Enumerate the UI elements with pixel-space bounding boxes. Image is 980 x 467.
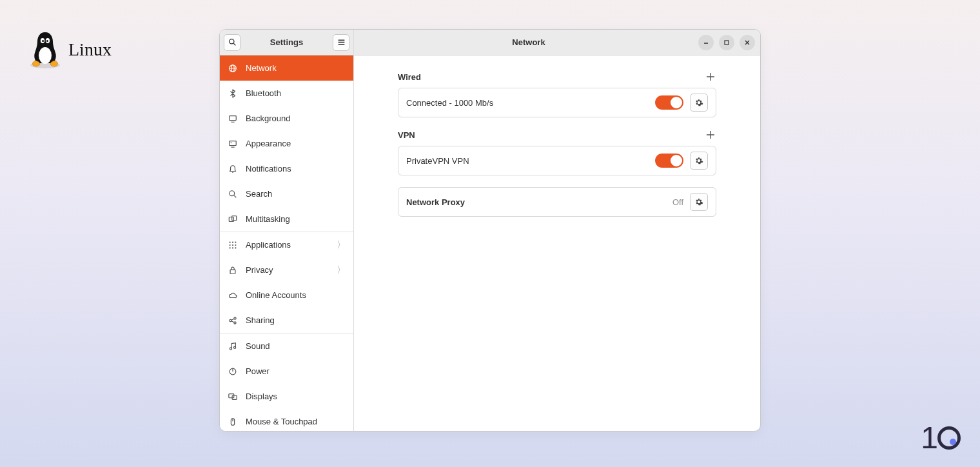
watermark-10: 1 — [921, 420, 961, 455]
svg-point-27 — [230, 244, 231, 245]
network-proxy-row[interactable]: Network Proxy Off — [398, 187, 716, 217]
vpn-toggle[interactable] — [655, 154, 683, 168]
close-icon — [744, 39, 750, 46]
sidebar-item-label: Online Accounts — [246, 290, 306, 300]
vpn-section-header: VPN — [398, 129, 716, 141]
svg-point-31 — [232, 247, 233, 248]
vpn-settings-button[interactable] — [690, 152, 708, 170]
sidebar-item-label: Network — [246, 63, 277, 73]
main-header: Network — [354, 30, 760, 55]
tux-icon — [28, 31, 62, 68]
globe-icon — [228, 63, 238, 74]
sidebar-item-label: Sound — [246, 341, 270, 351]
svg-rect-22 — [229, 217, 233, 221]
search-button[interactable] — [224, 34, 240, 51]
svg-point-28 — [232, 244, 233, 245]
sidebar-item-label: Mouse & Touchpad — [246, 417, 317, 426]
svg-point-24 — [230, 241, 231, 243]
gear-icon — [694, 98, 703, 107]
search-icon — [228, 189, 238, 199]
svg-point-25 — [232, 241, 233, 243]
sidebar-item-label: Appearance — [246, 139, 291, 148]
svg-point-26 — [235, 241, 236, 243]
chevron-right-icon: 〉 — [337, 239, 346, 251]
svg-rect-33 — [230, 270, 235, 273]
svg-point-39 — [230, 347, 231, 349]
sidebar-item-label: Multitasking — [246, 214, 290, 224]
mouse-icon — [228, 417, 238, 427]
svg-point-34 — [230, 319, 231, 321]
share-icon — [228, 315, 238, 326]
appearance-icon — [228, 139, 238, 149]
search-icon — [228, 38, 237, 46]
sidebar-item-bluetooth[interactable]: Bluetooth — [220, 81, 353, 106]
grid-icon — [228, 240, 238, 250]
svg-line-21 — [234, 195, 236, 197]
sidebar-nav: NetworkBluetoothBackgroundAppearanceNoti… — [220, 55, 353, 431]
bluetooth-icon — [228, 88, 238, 99]
svg-point-36 — [234, 321, 236, 323]
svg-point-6 — [229, 39, 233, 44]
sidebar-item-search[interactable]: Search — [220, 181, 353, 206]
sidebar-item-label: Bluetooth — [246, 88, 281, 98]
svg-rect-14 — [230, 115, 237, 120]
svg-point-30 — [230, 247, 231, 248]
sidebar-header: Settings — [220, 30, 353, 55]
cloud-icon — [228, 290, 238, 301]
vpn-name-label: PrivateVPN VPN — [406, 156, 655, 166]
sidebar-item-applications[interactable]: Applications〉 — [220, 232, 353, 257]
music-icon — [228, 341, 238, 352]
power-icon — [228, 366, 238, 377]
sidebar-item-notifications[interactable]: Notifications — [220, 156, 353, 181]
svg-line-37 — [231, 319, 234, 320]
svg-point-17 — [231, 142, 232, 143]
sidebar-item-multitasking[interactable]: Multitasking — [220, 206, 353, 232]
gear-icon — [694, 156, 703, 165]
add-vpn-button[interactable] — [705, 129, 716, 141]
sidebar-item-power[interactable]: Power — [220, 359, 353, 384]
sidebar-item-label: Search — [246, 189, 272, 199]
window-controls — [698, 35, 755, 50]
wired-status-label: Connected - 1000 Mb/s — [406, 98, 655, 108]
os-label-text: Linux — [68, 39, 112, 60]
proxy-settings-button[interactable] — [690, 193, 708, 211]
close-button[interactable] — [740, 35, 755, 50]
svg-point-1 — [39, 47, 52, 64]
sidebar-item-network[interactable]: Network — [220, 55, 353, 81]
wired-settings-button[interactable] — [690, 94, 708, 112]
menu-button[interactable] — [333, 34, 349, 51]
sidebar-item-mouse-touchpad[interactable]: Mouse & Touchpad — [220, 409, 353, 431]
multitask-icon — [228, 214, 238, 224]
sidebar-item-background[interactable]: Background — [220, 106, 353, 131]
sidebar-item-sound[interactable]: Sound — [220, 333, 353, 359]
sidebar-item-label: Privacy — [246, 265, 273, 275]
maximize-button[interactable] — [719, 35, 734, 50]
wired-toggle[interactable] — [655, 95, 683, 110]
sidebar-item-label: Applications — [246, 240, 291, 250]
sidebar-item-appearance[interactable]: Appearance — [220, 131, 353, 156]
maximize-icon — [723, 39, 730, 46]
os-label: Linux — [28, 31, 112, 68]
sidebar-item-privacy[interactable]: Privacy〉 — [220, 257, 353, 283]
chevron-right-icon: 〉 — [337, 264, 346, 276]
settings-window: Settings NetworkBluetoothBackgroundAppea… — [219, 29, 761, 432]
svg-point-4 — [42, 40, 44, 42]
sidebar-item-online-accounts[interactable]: Online Accounts — [220, 283, 353, 308]
desktop-icon — [228, 114, 238, 124]
sidebar-item-label: Displays — [246, 392, 277, 401]
svg-line-38 — [231, 321, 234, 322]
svg-point-35 — [234, 317, 236, 319]
sidebar-item-displays[interactable]: Displays — [220, 384, 353, 409]
wired-label: Wired — [398, 72, 421, 82]
svg-point-5 — [46, 40, 48, 42]
add-wired-button[interactable] — [705, 71, 716, 83]
main-panel: Network Wired Connect — [354, 30, 760, 431]
minimize-button[interactable] — [698, 35, 714, 50]
sidebar-item-label: Background — [246, 114, 290, 123]
svg-point-20 — [230, 190, 235, 195]
proxy-status: Off — [672, 197, 683, 207]
svg-point-40 — [233, 346, 235, 348]
bell-icon — [228, 164, 238, 174]
sidebar-item-sharing[interactable]: Sharing — [220, 308, 353, 333]
displays-icon — [228, 392, 238, 402]
